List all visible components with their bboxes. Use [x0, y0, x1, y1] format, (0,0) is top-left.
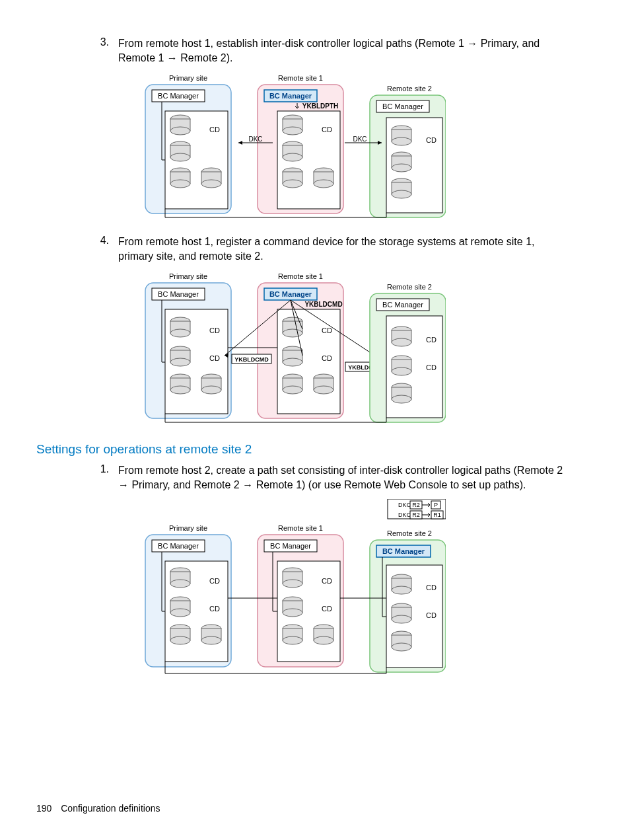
- step-r1: 1. From remote host 2, create a path set…: [36, 463, 597, 492]
- svg-text:CD: CD: [426, 336, 437, 344]
- svg-text:DKC: DKC: [248, 135, 262, 143]
- svg-point-118: [392, 367, 411, 375]
- svg-point-48: [392, 137, 411, 145]
- svg-point-28: [283, 127, 302, 135]
- svg-text:Primary site: Primary site: [169, 524, 207, 532]
- step-text: From remote host 1, establish inter-disk…: [118, 36, 597, 65]
- svg-point-91: [283, 358, 302, 366]
- svg-text:CD: CD: [209, 577, 220, 585]
- svg-text:BC Manager: BC Manager: [158, 290, 199, 298]
- step-4: 4. From remote host 1, register a comman…: [36, 235, 597, 263]
- svg-text:DKC: DKC: [398, 502, 411, 508]
- svg-point-152: [170, 636, 190, 644]
- page-number: 190: [36, 803, 52, 814]
- svg-point-75: [170, 386, 190, 394]
- svg-text:YKBLDCMD: YKBLDCMD: [234, 356, 269, 363]
- svg-text:CD: CD: [426, 611, 437, 619]
- svg-text:CD: CD: [209, 126, 220, 134]
- svg-text:DKC: DKC: [353, 135, 367, 143]
- step-text: From remote host 1, register a command d…: [118, 235, 597, 263]
- svg-point-95: [283, 386, 302, 394]
- svg-text:BC Manager: BC Manager: [269, 92, 312, 100]
- svg-point-186: [392, 586, 411, 594]
- step-text: From remote host 2, create a path set co…: [118, 463, 597, 492]
- diagram-step3: Primary site BC Manager CD Remote site 1…: [109, 71, 597, 223]
- svg-text:CD: CD: [322, 126, 332, 134]
- svg-point-169: [283, 609, 302, 617]
- svg-text:Remote site 2: Remote site 2: [387, 529, 432, 537]
- disk-icon: [170, 115, 190, 135]
- svg-point-52: [392, 164, 411, 172]
- svg-text:BC Manager: BC Manager: [382, 547, 425, 555]
- svg-point-176: [314, 636, 333, 644]
- diagram-svg: DKC R2 P DKC R2 R1 Primary site BC Manag…: [109, 499, 446, 676]
- svg-point-144: [170, 580, 190, 588]
- svg-text:BC Manager: BC Manager: [382, 301, 423, 309]
- svg-point-9: [170, 127, 190, 135]
- svg-point-38: [314, 180, 333, 188]
- section-heading: Settings for operations at remote site 2: [36, 442, 597, 457]
- step-number: 4.: [89, 235, 109, 263]
- step-number: 1.: [89, 463, 109, 492]
- svg-text:Remote site 2: Remote site 2: [387, 85, 432, 93]
- svg-text:CD: CD: [322, 326, 332, 334]
- svg-text:P: P: [434, 502, 438, 508]
- svg-text:R1: R1: [433, 512, 441, 518]
- svg-point-35: [283, 180, 302, 188]
- svg-text:BC Manager: BC Manager: [158, 542, 199, 550]
- page-footer: 190 Configuration definitions: [36, 803, 160, 814]
- svg-point-155: [201, 636, 221, 644]
- diagram-svg: Primary site BC Manager CD CD Remote sit…: [109, 270, 446, 425]
- svg-text:DKC: DKC: [398, 512, 411, 518]
- svg-point-148: [170, 609, 190, 617]
- svg-text:Remote site 2: Remote site 2: [387, 283, 432, 291]
- svg-point-71: [170, 358, 190, 366]
- svg-point-122: [392, 395, 411, 403]
- svg-point-32: [283, 153, 302, 161]
- svg-text:CD: CD: [209, 354, 220, 362]
- svg-text:Remote site 1: Remote site 1: [278, 74, 323, 82]
- svg-point-165: [283, 580, 302, 588]
- diagram-step4: Primary site BC Manager CD CD Remote sit…: [109, 270, 597, 428]
- svg-text:CD: CD: [426, 136, 437, 144]
- svg-text:CD: CD: [322, 577, 332, 585]
- svg-text:YKBLDPTH: YKBLDPTH: [302, 102, 338, 110]
- svg-text:BC Manager: BC Manager: [270, 542, 311, 550]
- svg-text:CD: CD: [322, 605, 332, 613]
- svg-text:BC Manager: BC Manager: [269, 290, 312, 298]
- diagram-svg: Primary site BC Manager CD Remote site 1…: [109, 71, 446, 220]
- step-number: 3.: [89, 36, 109, 65]
- svg-text:BC Manager: BC Manager: [382, 102, 423, 110]
- svg-point-190: [392, 615, 411, 623]
- svg-text:BC Manager: BC Manager: [158, 92, 199, 100]
- svg-text:CD: CD: [426, 584, 437, 592]
- svg-point-67: [170, 329, 190, 337]
- svg-text:Primary site: Primary site: [169, 74, 207, 82]
- footer-title: Configuration definitions: [61, 803, 160, 814]
- svg-text:CD: CD: [209, 605, 220, 613]
- svg-text:R2: R2: [412, 512, 420, 518]
- svg-text:CD: CD: [426, 363, 437, 371]
- svg-text:Remote site 1: Remote site 1: [278, 524, 323, 532]
- svg-point-78: [201, 386, 221, 394]
- diagram-remote2: DKC R2 P DKC R2 R1 Primary site BC Manag…: [109, 499, 597, 679]
- svg-text:R2: R2: [412, 502, 420, 508]
- svg-point-13: [170, 153, 190, 161]
- svg-text:CD: CD: [209, 326, 220, 334]
- svg-text:CD: CD: [322, 354, 332, 362]
- svg-point-114: [392, 338, 411, 346]
- svg-text:YKBLDCMD: YKBLDCMD: [304, 301, 342, 308]
- svg-point-19: [201, 180, 221, 188]
- step-3: 3. From remote host 1, establish inter-d…: [36, 36, 597, 65]
- svg-point-173: [283, 636, 302, 644]
- svg-point-87: [283, 329, 302, 337]
- svg-text:Remote site 1: Remote site 1: [278, 272, 323, 280]
- svg-point-194: [392, 643, 411, 651]
- svg-point-55: [392, 190, 411, 198]
- svg-point-16: [170, 180, 190, 188]
- svg-text:Primary site: Primary site: [169, 272, 207, 280]
- svg-point-98: [314, 386, 333, 394]
